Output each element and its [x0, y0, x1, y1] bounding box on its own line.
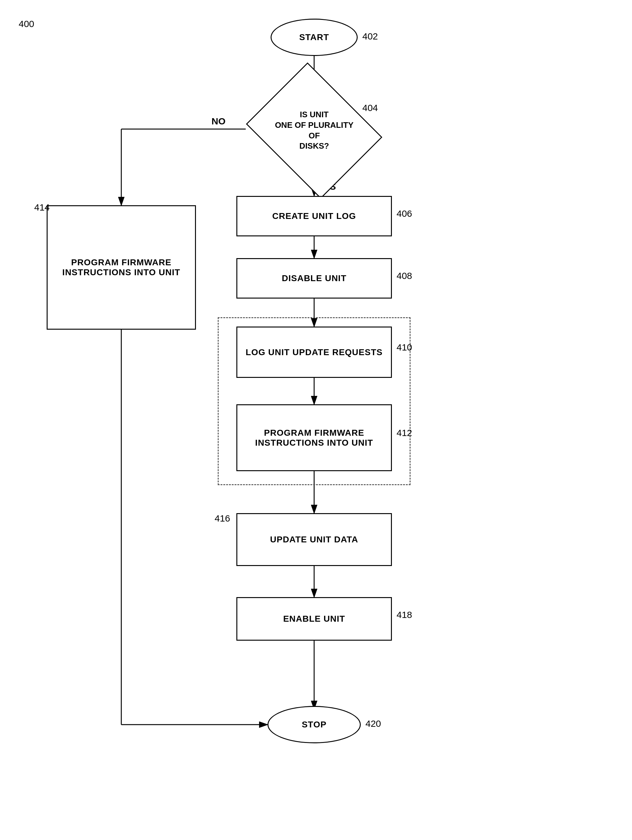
disable-unit-node: DISABLE UNIT — [236, 258, 392, 298]
ref-418: 418 — [397, 609, 412, 620]
svg-text:NO: NO — [212, 116, 226, 126]
ref-416: 416 — [215, 513, 230, 524]
decision-node: IS UNITONE OF PLURALITY OFDISKS? — [246, 84, 382, 177]
start-node: START — [270, 19, 358, 56]
program-firmware-main-node: PROGRAM FIRMWARE INSTRUCTIONS INTO UNIT — [236, 404, 392, 471]
flowchart-diagram: 400 YES NO — [0, 0, 632, 840]
ref-420: 420 — [365, 718, 381, 729]
log-unit-update-node: LOG UNIT UPDATE REQUESTS — [236, 327, 392, 378]
program-firmware-left-node: PROGRAM FIRMWARE INSTRUCTIONS INTO UNIT — [47, 205, 196, 330]
ref-404: 404 — [362, 103, 378, 113]
create-unit-log-node: CREATE UNIT LOG — [236, 196, 392, 236]
ref-402: 402 — [362, 31, 378, 42]
enable-unit-node: ENABLE UNIT — [236, 597, 392, 641]
update-unit-data-node: UPDATE UNIT DATA — [236, 513, 392, 566]
ref-414: 414 — [34, 202, 50, 213]
fig-ref-400: 400 — [19, 19, 34, 29]
ref-408: 408 — [397, 270, 412, 281]
stop-node: STOP — [267, 706, 361, 743]
ref-412: 412 — [397, 428, 412, 438]
ref-410: 410 — [397, 342, 412, 353]
ref-406: 406 — [397, 208, 412, 219]
